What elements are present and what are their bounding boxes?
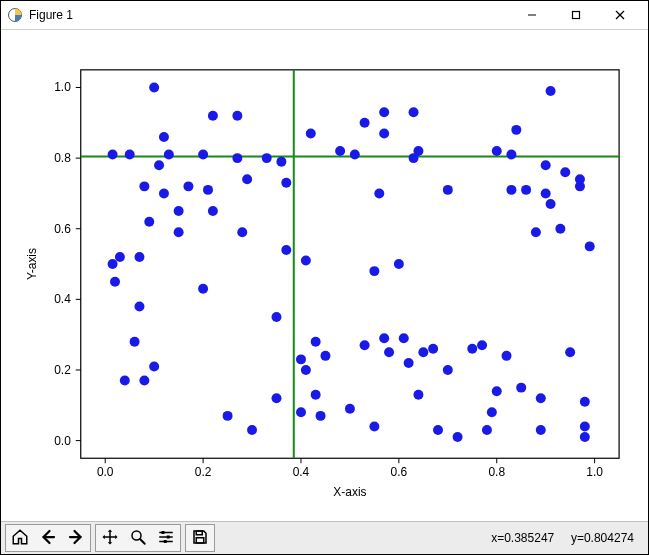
data-point	[467, 344, 477, 354]
move-icon	[101, 528, 119, 549]
data-point	[585, 241, 595, 251]
data-point	[345, 404, 355, 414]
cursor-coordinates: x=0.385247 y=0.804274	[491, 531, 644, 545]
data-point	[580, 432, 590, 442]
data-point	[139, 181, 149, 191]
nav-group-view	[95, 524, 181, 552]
nav-toolbar: x=0.385247 y=0.804274	[1, 521, 648, 554]
app-icon	[7, 7, 23, 23]
data-point	[149, 83, 159, 93]
window-title: Figure 1	[29, 8, 510, 22]
data-point	[159, 132, 169, 142]
y-tick-label: 0.6	[54, 222, 71, 236]
data-point	[174, 227, 184, 237]
y-tick-label: 0.2	[54, 363, 71, 377]
data-point	[272, 393, 282, 403]
y-axis-label: Y-axis	[25, 248, 39, 280]
data-point	[272, 312, 282, 322]
data-point	[134, 301, 144, 311]
data-point	[516, 383, 526, 393]
plot-canvas[interactable]: 0.00.20.40.60.81.00.00.20.40.60.81.0X-ax…	[1, 30, 648, 521]
svg-rect-28	[196, 537, 204, 542]
data-point	[541, 160, 551, 170]
pan-button[interactable]	[96, 525, 124, 551]
data-point	[335, 146, 345, 156]
data-point	[154, 160, 164, 170]
data-point	[404, 358, 414, 368]
data-point	[360, 118, 370, 128]
data-point	[492, 386, 502, 396]
data-point	[311, 337, 321, 347]
data-point	[262, 153, 272, 163]
window-controls	[510, 1, 642, 29]
data-point	[306, 128, 316, 138]
data-point	[555, 224, 565, 234]
data-point	[453, 432, 463, 442]
data-point	[149, 361, 159, 371]
svg-rect-26	[164, 540, 167, 543]
data-point	[198, 284, 208, 294]
data-point	[281, 245, 291, 255]
y-tick-label: 0.8	[54, 151, 71, 165]
data-point	[134, 252, 144, 262]
data-point	[482, 425, 492, 435]
data-point	[296, 407, 306, 417]
data-point	[394, 259, 404, 269]
configure-button[interactable]	[152, 525, 180, 551]
nav-group-home	[5, 524, 91, 552]
y-tick-label: 1.0	[54, 80, 71, 94]
data-point	[565, 347, 575, 357]
maximize-button[interactable]	[554, 1, 598, 29]
data-point	[443, 185, 453, 195]
data-point	[374, 188, 384, 198]
data-point	[541, 188, 551, 198]
data-point	[247, 425, 257, 435]
data-point	[174, 206, 184, 216]
data-point	[409, 107, 419, 117]
data-point	[536, 393, 546, 403]
data-point	[159, 188, 169, 198]
save-icon	[191, 528, 209, 549]
data-point	[281, 178, 291, 188]
data-point	[384, 347, 394, 357]
svg-rect-22	[162, 531, 165, 534]
arrow-left-icon	[39, 528, 57, 549]
data-point	[506, 185, 516, 195]
home-icon	[11, 528, 29, 549]
x-tick-label: 0.0	[97, 465, 114, 479]
data-point	[379, 333, 389, 343]
data-point	[399, 333, 409, 343]
home-button[interactable]	[6, 525, 34, 551]
back-button[interactable]	[34, 525, 62, 551]
data-point	[223, 411, 233, 421]
data-point	[164, 150, 174, 160]
data-point	[120, 376, 130, 386]
arrow-right-icon	[67, 528, 85, 549]
data-point	[232, 111, 242, 121]
nav-group-save	[185, 524, 215, 552]
save-button[interactable]	[186, 525, 214, 551]
data-point	[208, 206, 218, 216]
data-point	[130, 337, 140, 347]
titlebar: Figure 1	[1, 1, 648, 30]
data-point	[320, 351, 330, 361]
forward-button[interactable]	[62, 525, 90, 551]
zoom-button[interactable]	[124, 525, 152, 551]
data-point	[580, 397, 590, 407]
x-tick-label: 0.2	[195, 465, 212, 479]
minimize-button[interactable]	[510, 1, 554, 29]
data-point	[316, 411, 326, 421]
data-point	[301, 256, 311, 266]
data-point	[237, 227, 247, 237]
data-point	[492, 146, 502, 156]
data-point	[242, 174, 252, 184]
coord-y-label: y=	[571, 531, 584, 545]
data-point	[418, 347, 428, 357]
figure-window: Figure 1 0.00.20.40.60.81.00.00.20.40.60…	[0, 0, 649, 555]
x-tick-label: 0.4	[293, 465, 310, 479]
data-point	[433, 425, 443, 435]
data-point	[506, 150, 516, 160]
close-button[interactable]	[598, 1, 642, 29]
data-point	[413, 146, 423, 156]
coord-y-value: 0.804274	[584, 531, 634, 545]
